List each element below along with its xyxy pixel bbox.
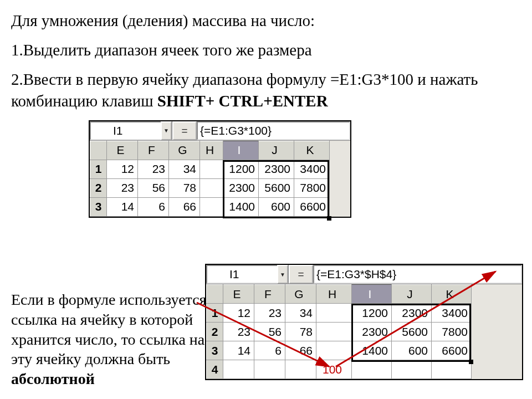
col-header-E[interactable]: E: [107, 141, 138, 160]
cell-E2[interactable]: 23: [107, 178, 138, 197]
col-header-E[interactable]: E: [223, 285, 254, 304]
cell-H1[interactable]: [316, 304, 352, 323]
cell-F4[interactable]: [254, 360, 285, 379]
formula-input-2[interactable]: {=E1:G3*$H$4}: [313, 265, 522, 284]
cell-I1[interactable]: 1200: [352, 304, 392, 323]
excel-screenshot-1: I1 ▼ = {=E1:G3*100} EFGHIJK1122334120023…: [89, 120, 351, 218]
cell-I2[interactable]: 2300: [223, 178, 259, 197]
cell-G3[interactable]: 66: [285, 341, 316, 360]
col-header-K[interactable]: K: [294, 141, 330, 160]
formula-bar-2: I1 ▼ = {=E1:G3*$H$4}: [206, 265, 522, 284]
name-box-dropdown-icon[interactable]: ▼: [161, 121, 172, 140]
equals-button-1[interactable]: =: [172, 121, 197, 140]
fill-handle[interactable]: [327, 216, 331, 221]
cell-J2[interactable]: 5600: [259, 178, 294, 197]
cell-I1[interactable]: 1200: [223, 160, 259, 178]
cell-F2[interactable]: 56: [138, 178, 169, 197]
cell-G4[interactable]: [285, 360, 316, 379]
cell-E4[interactable]: [223, 360, 254, 379]
step-2: 2.Ввести в первую ячейку диапазона форму…: [11, 69, 521, 112]
cell-F3[interactable]: 6: [138, 197, 169, 216]
cell-G1[interactable]: 34: [169, 160, 200, 178]
cell-F1[interactable]: 23: [138, 160, 169, 178]
step-2b-shortcut: SHIFT+ CTRL+ENTER: [157, 92, 328, 110]
cell-J4[interactable]: [392, 360, 432, 379]
cell-K3[interactable]: 6600: [432, 341, 472, 360]
cell-H1[interactable]: [200, 160, 223, 178]
formula-bar-1: I1 ▼ = {=E1:G3*100}: [90, 121, 350, 141]
col-header-H[interactable]: H: [200, 141, 223, 160]
col-header-J[interactable]: J: [392, 285, 432, 304]
row-header-1[interactable]: 1: [90, 160, 107, 178]
name-box-dropdown-icon[interactable]: ▼: [277, 265, 288, 284]
cell-G1[interactable]: 34: [285, 304, 316, 323]
explanation-bold: абсолютной: [11, 370, 95, 387]
cell-I3[interactable]: 1400: [223, 197, 259, 216]
select-all-corner[interactable]: [90, 141, 107, 160]
cell-G2[interactable]: 78: [285, 323, 316, 341]
cell-K2[interactable]: 7800: [294, 178, 330, 197]
cell-F1[interactable]: 23: [254, 304, 285, 323]
col-header-J[interactable]: J: [259, 141, 294, 160]
step-1: 1.Выделить диапазон ячеек того же размер…: [11, 39, 521, 61]
cell-J1[interactable]: 2300: [259, 160, 294, 178]
cell-J1[interactable]: 2300: [392, 304, 432, 323]
row-header-3[interactable]: 3: [90, 197, 107, 216]
row-header-2[interactable]: 2: [90, 178, 107, 197]
cell-H2[interactable]: [200, 178, 223, 197]
excel-screenshot-2: I1 ▼ = {=E1:G3*$H$4} EFGHIJK112233412002…: [205, 264, 523, 380]
col-header-H[interactable]: H: [316, 285, 352, 304]
cell-E3[interactable]: 14: [223, 341, 254, 360]
explanation-body: Если в формуле используется ссылка на яч…: [11, 291, 207, 367]
col-header-G[interactable]: G: [169, 141, 200, 160]
cell-E1[interactable]: 12: [107, 160, 138, 178]
col-header-I[interactable]: I: [352, 285, 392, 304]
equals-button-2[interactable]: =: [289, 265, 313, 284]
cell-G3[interactable]: 66: [169, 197, 200, 216]
col-header-F[interactable]: F: [138, 141, 169, 160]
col-header-G[interactable]: G: [285, 285, 316, 304]
cell-J2[interactable]: 5600: [392, 323, 432, 341]
cell-K2[interactable]: 7800: [432, 323, 472, 341]
cell-J3[interactable]: 600: [392, 341, 432, 360]
cell-K3[interactable]: 6600: [294, 197, 330, 216]
cell-H2[interactable]: [316, 323, 352, 341]
name-box-2[interactable]: I1: [206, 265, 277, 284]
cell-E1[interactable]: 12: [223, 304, 254, 323]
cell-H3[interactable]: [200, 197, 223, 216]
formula-input-1[interactable]: {=E1:G3*100}: [197, 121, 350, 140]
cell-E3[interactable]: 14: [107, 197, 138, 216]
intro-text: Для умножения (деления) массива на число…: [11, 10, 521, 32]
cell-I4[interactable]: [352, 360, 392, 379]
cell-E2[interactable]: 23: [223, 323, 254, 341]
cell-I2[interactable]: 2300: [352, 323, 392, 341]
cell-H4[interactable]: 100: [316, 360, 352, 379]
cell-K4[interactable]: [432, 360, 472, 379]
cell-K1[interactable]: 3400: [432, 304, 472, 323]
cell-H3[interactable]: [316, 341, 352, 360]
col-header-I[interactable]: I: [223, 141, 259, 160]
name-box-1[interactable]: I1: [90, 121, 161, 140]
cell-I3[interactable]: 1400: [352, 341, 392, 360]
col-header-F[interactable]: F: [254, 285, 285, 304]
cell-F3[interactable]: 6: [254, 341, 285, 360]
cell-F2[interactable]: 56: [254, 323, 285, 341]
explanation: Если в формуле используется ссылка на яч…: [11, 290, 211, 389]
col-header-K[interactable]: K: [432, 285, 472, 304]
cell-K1[interactable]: 3400: [294, 160, 330, 178]
cell-J3[interactable]: 600: [259, 197, 294, 216]
cell-G2[interactable]: 78: [169, 178, 200, 197]
